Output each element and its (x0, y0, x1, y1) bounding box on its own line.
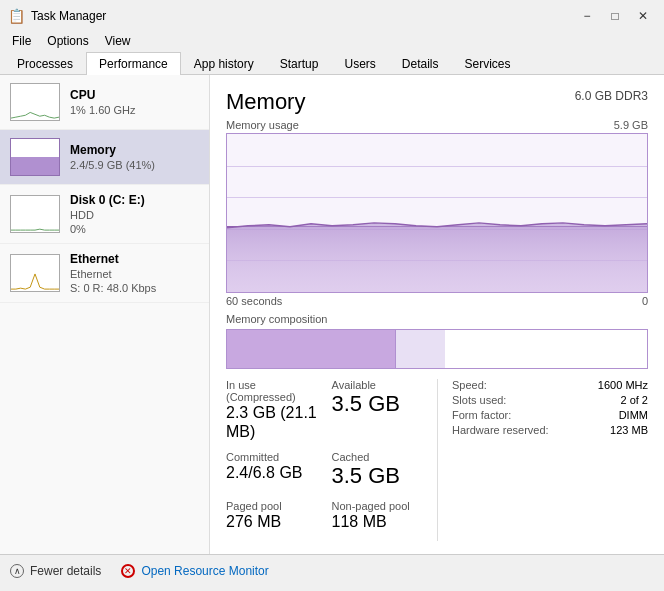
slots-label: Slots used: (452, 394, 506, 406)
chevron-up-icon: ∧ (10, 564, 24, 578)
ethernet-thumbnail (10, 254, 60, 292)
open-monitor-label: Open Resource Monitor (141, 564, 268, 578)
in-use-value: 2.3 GB (21.1 MB) (226, 403, 322, 441)
form-factor-label: Form factor: (452, 409, 511, 421)
title-bar-left: 📋 Task Manager (8, 8, 106, 24)
in-use-block: In use (Compressed) 2.3 GB (21.1 MB) (226, 379, 322, 441)
cached-value: 3.5 GB (332, 463, 428, 489)
speed-row: Speed: 1600 MHz (452, 379, 648, 391)
tab-bar: Processes Performance App history Startu… (0, 52, 664, 75)
non-paged-pool-value: 118 MB (332, 512, 428, 531)
content-title: Memory (226, 89, 305, 115)
memory-usage-graph (226, 133, 648, 293)
time-end-label: 0 (642, 295, 648, 307)
graph-label-row: Memory usage 5.9 GB (226, 119, 648, 131)
menu-file[interactable]: File (4, 30, 39, 52)
memory-sub: 2.4/5.9 GB (41%) (70, 159, 155, 171)
form-factor-row: Form factor: DIMM (452, 409, 648, 421)
memory-label: Memory (70, 143, 155, 157)
menu-options[interactable]: Options (39, 30, 96, 52)
minimize-button[interactable]: − (574, 7, 600, 25)
stats-left: In use (Compressed) 2.3 GB (21.1 MB) Ava… (226, 379, 437, 541)
non-paged-pool-label: Non-paged pool (332, 500, 428, 512)
content-area: Memory 6.0 GB DDR3 Memory usage 5.9 GB (210, 75, 664, 554)
cpu-sub: 1% 1.60 GHz (70, 104, 135, 116)
open-resource-monitor-link[interactable]: ✕ Open Resource Monitor (121, 564, 268, 578)
paged-pool-label: Paged pool (226, 500, 322, 512)
sidebar-item-cpu[interactable]: CPU 1% 1.60 GHz (0, 75, 209, 130)
sidebar-item-disk[interactable]: Disk 0 (C: E:) HDD 0% (0, 185, 209, 244)
disk-thumbnail (10, 195, 60, 233)
hw-reserved-label: Hardware reserved: (452, 424, 549, 436)
maximize-button[interactable]: □ (602, 7, 628, 25)
menu-bar: File Options View (0, 30, 664, 52)
close-button[interactable]: ✕ (630, 7, 656, 25)
content-header: Memory 6.0 GB DDR3 (226, 89, 648, 115)
paged-pool-value: 276 MB (226, 512, 322, 531)
tab-app-history[interactable]: App history (181, 52, 267, 75)
composition-box (226, 329, 648, 369)
time-start-label: 60 seconds (226, 295, 282, 307)
paged-pool-block: Paged pool 276 MB (226, 500, 322, 531)
hw-reserved-row: Hardware reserved: 123 MB (452, 424, 648, 436)
tab-startup[interactable]: Startup (267, 52, 332, 75)
available-label: Available (332, 379, 428, 391)
available-block: Available 3.5 GB (332, 379, 428, 441)
ethernet-label: Ethernet (70, 252, 156, 266)
sidebar: CPU 1% 1.60 GHz Memory 2.4/5.9 GB (41%) (0, 75, 210, 554)
cpu-info: CPU 1% 1.60 GHz (70, 88, 135, 116)
in-use-label: In use (Compressed) (226, 379, 322, 403)
menu-view[interactable]: View (97, 30, 139, 52)
tab-details[interactable]: Details (389, 52, 452, 75)
committed-block: Committed 2.4/6.8 GB (226, 451, 322, 489)
non-paged-pool-block: Non-paged pool 118 MB (332, 500, 428, 531)
slots-value: 2 of 2 (620, 394, 648, 406)
form-factor-value: DIMM (619, 409, 648, 421)
stats-grid: In use (Compressed) 2.3 GB (21.1 MB) Ava… (226, 379, 648, 541)
content-subtitle: 6.0 GB DDR3 (575, 89, 648, 103)
tab-services[interactable]: Services (452, 52, 524, 75)
tab-users[interactable]: Users (331, 52, 388, 75)
ethernet-sub2: S: 0 R: 48.0 Kbps (70, 282, 156, 294)
slots-row: Slots used: 2 of 2 (452, 394, 648, 406)
disk-sub1: HDD (70, 209, 145, 221)
fewer-details-button[interactable]: ∧ Fewer details (10, 564, 101, 578)
usage-graph-svg (227, 134, 647, 292)
cached-block: Cached 3.5 GB (332, 451, 428, 489)
comp-standby (395, 330, 445, 368)
svg-rect-1 (11, 196, 59, 232)
cpu-label: CPU (70, 88, 135, 102)
usage-graph-label: Memory usage (226, 119, 299, 131)
title-bar: 📋 Task Manager − □ ✕ (0, 0, 664, 30)
title-bar-title: Task Manager (31, 9, 106, 23)
monitor-icon: ✕ (121, 564, 135, 578)
speed-label: Speed: (452, 379, 487, 391)
committed-label: Committed (226, 451, 322, 463)
tab-performance[interactable]: Performance (86, 52, 181, 75)
cached-label: Cached (332, 451, 428, 463)
graph-time-row: 60 seconds 0 (226, 295, 648, 307)
composition-section: Memory composition (226, 313, 648, 369)
footer: ∧ Fewer details ✕ Open Resource Monitor (0, 554, 664, 586)
sidebar-item-memory[interactable]: Memory 2.4/5.9 GB (41%) (0, 130, 209, 185)
comp-free (445, 330, 647, 368)
disk-sub2: 0% (70, 223, 145, 235)
fewer-details-label: Fewer details (30, 564, 101, 578)
speed-value: 1600 MHz (598, 379, 648, 391)
disk-info: Disk 0 (C: E:) HDD 0% (70, 193, 145, 235)
main-area: CPU 1% 1.60 GHz Memory 2.4/5.9 GB (41%) (0, 75, 664, 554)
tab-processes[interactable]: Processes (4, 52, 86, 75)
available-value: 3.5 GB (332, 391, 428, 417)
hw-reserved-value: 123 MB (610, 424, 648, 436)
committed-value: 2.4/6.8 GB (226, 463, 322, 482)
comp-used (227, 330, 395, 368)
sidebar-item-ethernet[interactable]: Ethernet Ethernet S: 0 R: 48.0 Kbps (0, 244, 209, 303)
app-icon: 📋 (8, 8, 25, 24)
disk-label: Disk 0 (C: E:) (70, 193, 145, 207)
stats-right: Speed: 1600 MHz Slots used: 2 of 2 Form … (437, 379, 648, 541)
memory-usage-section: Memory usage 5.9 GB (226, 119, 648, 307)
title-bar-controls: − □ ✕ (574, 7, 656, 25)
ethernet-sub1: Ethernet (70, 268, 156, 280)
memory-thumb-fill (11, 157, 59, 175)
memory-info: Memory 2.4/5.9 GB (41%) (70, 143, 155, 171)
